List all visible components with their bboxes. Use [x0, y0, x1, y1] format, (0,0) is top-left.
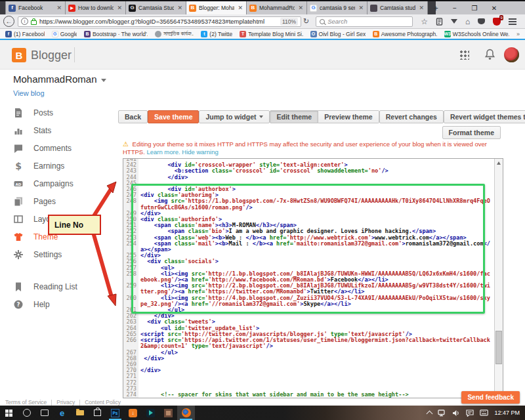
browser-tab[interactable]: BBlogger: Moham✕ — [186, 1, 247, 14]
footer-link[interactable]: Content Policy — [85, 399, 121, 406]
network-icon[interactable] — [438, 410, 446, 417]
minimize-button[interactable]: − — [445, 5, 465, 12]
format-theme-button[interactable]: Format theme — [442, 126, 501, 139]
taskbar-clock[interactable]: 12:47 PM — [494, 410, 520, 416]
bookmark-item[interactable]: GGoogle — [52, 31, 77, 37]
maximize-button[interactable]: ❐ — [465, 5, 484, 12]
bookmark-item[interactable]: t(2) Twitter — [201, 31, 232, 37]
back-button[interactable]: Back — [118, 110, 148, 123]
edit-theme-button[interactable]: Edit theme — [270, 110, 318, 123]
tab-close-icon[interactable]: ✕ — [358, 5, 364, 11]
code-line[interactable]: 272 — [123, 380, 493, 386]
idm-taskbar-icon[interactable]: ↓ — [124, 406, 142, 420]
notifications-bell-icon[interactable] — [484, 49, 495, 63]
preview-theme-button[interactable]: Preview theme — [318, 110, 379, 123]
bookmark-item[interactable]: W3W3Schools Online We... — [444, 31, 509, 37]
sidebar-item-earnings[interactable]: $Earnings — [0, 157, 121, 175]
bookmark-item[interactable]: TTemplate Blog Mini Si... — [240, 31, 303, 37]
sidebar-item-help[interactable]: ?Help — [0, 295, 121, 313]
code-line[interactable]: 269 — [123, 362, 493, 368]
photoshop-taskbar-icon[interactable]: Ps — [106, 406, 124, 420]
url-bar[interactable]: i https://www.blogger.com/blogger.g?blog… — [18, 16, 301, 27]
notifications-icon[interactable] — [466, 410, 474, 417]
scroll-up-icon[interactable] — [497, 161, 501, 165]
new-tab-button[interactable]: + — [428, 3, 444, 13]
editor-scrollbar[interactable] — [494, 159, 503, 398]
sidebar-item-stats[interactable]: Stats — [0, 121, 121, 139]
code-line[interactable]: 254 <span class='mail'><b>Mail : </b><a … — [123, 241, 493, 253]
browser-tab[interactable]: BMohammadRom✕ — [247, 1, 307, 14]
browser-tab[interactable]: Camtasia studio✕ — [368, 1, 428, 14]
bookmark-item[interactable]: BBootstrap · The world'... — [84, 31, 148, 37]
revert-widget-themes-button[interactable]: Revert widget themes to default — [444, 110, 525, 123]
file-explorer-taskbar-icon[interactable] — [71, 406, 89, 420]
code-line[interactable]: 270</div> — [123, 368, 493, 373]
tab-close-icon[interactable]: ✕ — [116, 5, 123, 11]
code-line[interactable]: 258 <li><img src='http://1.bp.blogspot.c… — [123, 271, 493, 283]
edge-taskbar-icon[interactable]: e — [53, 406, 71, 420]
blogger-logo[interactable]: B — [12, 48, 26, 62]
start-taskbar-icon[interactable] — [0, 406, 18, 420]
blog-name-dropdown[interactable]: MohammadRoman — [13, 74, 106, 85]
sidebar-item-reading-list[interactable]: Reading List — [0, 278, 121, 295]
pocket-icon[interactable] — [478, 18, 485, 24]
code-line[interactable]: 268 </div> — [123, 356, 493, 362]
learn-more-link[interactable]: Learn more. — [146, 148, 180, 156]
revert-changes-button[interactable]: Revert changes — [379, 110, 444, 123]
tab-close-icon[interactable]: ✕ — [297, 5, 304, 11]
code-line[interactable]: 259 <li><img src='http://2.bp.blogspot.c… — [123, 283, 493, 295]
tab-close-icon[interactable]: ✕ — [237, 5, 243, 11]
sidebar-item-comments[interactable]: Comments — [0, 139, 121, 157]
sidebar-item-settings[interactable]: Settings — [0, 245, 121, 263]
footer-link[interactable]: Terms of Service — [5, 399, 47, 406]
code-line[interactable]: 256 <div class='socials'> — [123, 259, 493, 264]
home-icon[interactable]: ⌂ — [465, 18, 470, 26]
code-line[interactable]: 244 </div> — [123, 175, 493, 180]
close-button[interactable]: ✕ — [484, 5, 504, 12]
code-line[interactable]: 248 <img src='https://1.bp.blogspot.com/… — [123, 198, 493, 210]
volume-icon[interactable] — [452, 410, 460, 417]
save-theme-button[interactable]: Save theme — [148, 110, 199, 123]
scrollbar-thumb[interactable] — [495, 331, 502, 364]
browser-tab[interactable]: fFacebook✕ — [5, 1, 66, 14]
downloads-icon[interactable] — [451, 19, 457, 24]
browser-tab[interactable]: Gcamtasia 9 serial✕ — [307, 1, 368, 14]
camtasia-taskbar-icon[interactable] — [142, 406, 159, 420]
library-icon[interactable] — [436, 18, 443, 26]
task-view-taskbar-icon[interactable] — [35, 406, 53, 420]
view-blog-link[interactable]: View blog — [13, 89, 45, 97]
zoom-indicator[interactable]: 110% — [280, 18, 298, 26]
bookmark-star-icon[interactable]: ☆ — [421, 18, 428, 26]
bookmark-item[interactable]: f(1) Facebook — [5, 31, 45, 37]
apps-grid-icon[interactable] — [459, 50, 469, 60]
browser-tab[interactable]: GCamtasia Studio✕ — [126, 1, 186, 14]
send-feedback-button[interactable]: Send feedback — [461, 391, 520, 404]
hide-warning-link[interactable]: Hide warning — [182, 148, 218, 156]
code-line[interactable]: 274 <!-- spacer for skins that want side… — [123, 392, 493, 398]
avatar[interactable] — [504, 47, 519, 62]
firefox-taskbar-icon[interactable] — [177, 406, 195, 420]
hidden-icons-chevron-icon[interactable] — [427, 411, 433, 417]
back-icon[interactable]: ← — [3, 16, 14, 27]
tab-close-icon[interactable]: ✕ — [56, 5, 62, 11]
store-taskbar-icon[interactable] — [89, 406, 106, 420]
bookmark-item[interactable]: সাম্প্রতিক কার্যক্র... — [155, 30, 194, 37]
sidebar-item-campaigns[interactable]: ADCampaigns — [0, 175, 121, 192]
tab-close-icon[interactable]: ✕ — [177, 5, 183, 11]
cortana-taskbar-icon[interactable] — [18, 406, 35, 420]
code-line[interactable]: 271 — [123, 373, 493, 379]
url-text[interactable]: https://www.blogger.com/blogger.g?blogID… — [39, 18, 278, 25]
code-line[interactable]: 267 </ul> — [123, 350, 493, 356]
theme-code-editor[interactable]: 241 242 <div id='crosscol-wrapper' style… — [123, 158, 503, 398]
bookmarks-overflow-icon[interactable]: » — [516, 31, 520, 37]
search-input[interactable]: Search — [316, 16, 413, 27]
footer-link[interactable]: Privacy — [56, 399, 75, 406]
menu-icon[interactable] — [509, 18, 516, 25]
sidebar-item-pages[interactable]: Pages — [0, 192, 121, 210]
code-line[interactable]: 261 </ul> — [123, 307, 493, 313]
info-icon[interactable]: i — [21, 18, 28, 25]
adblock-icon[interactable]: 9 — [493, 18, 501, 26]
bookmark-item[interactable]: BAwesome Photograph... — [373, 31, 437, 37]
code-line[interactable]: 266<script src='https://api.twitter.com/… — [123, 337, 493, 349]
tab-close-icon[interactable]: ✕ — [418, 5, 425, 11]
